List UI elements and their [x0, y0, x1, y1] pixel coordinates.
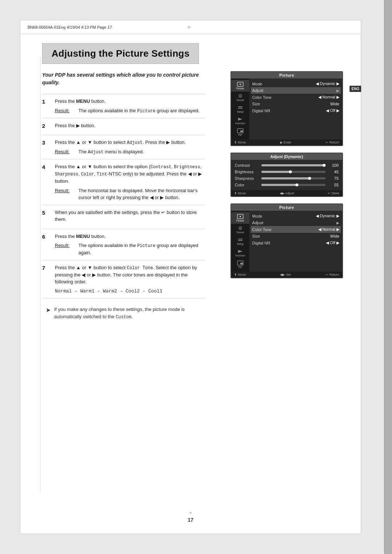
svg-point-1 — [240, 84, 241, 85]
sidebar-item-picture[interactable]: Picture — [231, 80, 249, 92]
tv-screen-2-title: Adjust (Dynamic) — [231, 153, 342, 160]
main-content: BN68-00654A-01Eng 4/19/04 4:13 PM Page 1… — [20, 20, 361, 534]
page-title-box: Adjusting the Picture Settings — [42, 43, 199, 64]
tv-footer-return: ↩ Return — [326, 141, 339, 144]
tv-brightness-track — [261, 171, 326, 173]
tv-brightness-fill — [261, 171, 290, 173]
step-1-result-label: Result: — [55, 107, 75, 114]
tv-adjust-row-sharpness: Sharpness 75 — [235, 175, 339, 182]
tv-sharpness-thumb — [308, 177, 311, 180]
tv3-menu-colortone-value: ◀ Normal ▶ — [318, 227, 339, 232]
tv3-menu-mode-label: Mode — [252, 214, 262, 218]
tv-screen-2-footer: ⬆ Move ◀▶ Adjust ↵ Store — [231, 190, 342, 196]
tv-menu-row-size: Size Wide — [252, 101, 339, 107]
tv-contrast-fill — [261, 164, 324, 166]
tv3-sidebar-item-sound[interactable]: Sound — [231, 224, 249, 235]
step-7-main: Press the ▲ or ▼ button to select Color … — [55, 264, 205, 286]
tv3-menu-digitalnr-value: ◀ Off ▶ — [326, 240, 339, 245]
note-text: If you make any changes to these setting… — [54, 306, 205, 320]
tv-adjust-footer-move: ⬆ Move — [234, 191, 246, 195]
note-box: ➤ If you make any changes to these setti… — [42, 306, 205, 320]
tv-screen-1-main: Mode ◀ Dynamic ▶ Adjust ▶ Color Tone ◀ N… — [249, 78, 342, 139]
header-center — [187, 24, 194, 31]
tv-adjust-contrast-label: Contrast — [235, 163, 258, 167]
tv-screen-3-sidebar: Picture Sound — [231, 211, 249, 272]
tv3-menu-adjust-label: Adjust — [252, 221, 264, 225]
tv-menu-colortone-value: ◀ Normal ▶ — [318, 95, 339, 100]
tv-sharpness-value: 75 — [328, 176, 339, 181]
tv-menu-digitalnr-label: Digital NR — [252, 109, 270, 113]
step-2-num: 2 — [42, 122, 49, 132]
sidebar-item-sound[interactable]: Sound — [231, 92, 249, 103]
right-column: Picture Picture — [227, 71, 361, 320]
header-text: BN68-00654A-01Eng 4/19/04 4:13 PM Page 1… — [28, 25, 112, 29]
tv-footer-move: ⬆ Move — [234, 141, 246, 144]
tv-adjust-row-color: Color 55 — [235, 182, 339, 188]
step-2-main: Press the ▶ button. — [55, 122, 205, 129]
tv3-footer-move: ⬆ Move — [234, 273, 246, 276]
sidebar-item-pip[interactable]: PIP — [231, 126, 249, 138]
tv-adjust-row-contrast: Contrast 100 — [235, 162, 339, 169]
step-6-num: 6 — [42, 233, 49, 256]
sidebar-item-function[interactable]: Function — [231, 115, 249, 126]
tv3-sidebar-item-picture[interactable]: Picture — [231, 212, 249, 224]
tv-menu-row-mode: Mode ◀ Dynamic ▶ — [252, 80, 339, 87]
page-container: BN68-00654A-01Eng 4/19/04 4:13 PM Page 1… — [0, 0, 392, 554]
tv-contrast-value: 100 — [328, 163, 339, 167]
step-4-main: Press the ▲ or ▼ button to select the op… — [55, 163, 205, 185]
left-margin-line — [40, 57, 41, 493]
tv-screen-1-title: Picture — [231, 72, 342, 78]
tv-screen-3: Picture Picture — [230, 203, 343, 278]
step-1-num: 1 — [42, 98, 49, 114]
steps-container: 1 Press the MENU button. Result: The opt… — [42, 94, 205, 299]
tv-color-value: 55 — [328, 183, 339, 187]
sidebar-label-pip: PIP — [238, 134, 242, 136]
tv3-sidebar-label-picture: Picture — [236, 219, 244, 222]
tv3-menu-mode-value: ◀ Dynamic ▶ — [316, 214, 339, 218]
tv-menu-size-value: Wide — [330, 102, 339, 106]
tv-adjust-sharpness-label: Sharpness — [235, 176, 258, 181]
tv-adjust-row-brightness: Brightness 45 — [235, 169, 339, 175]
left-column: Your PDP has several settings which allo… — [20, 71, 227, 320]
step-5-num: 5 — [42, 209, 49, 225]
tv3-sidebar-item-setup[interactable]: Setup — [231, 235, 249, 247]
sidebar-label-function: Function — [235, 122, 245, 125]
step-4-result-row: Result: The horizontal bar is displayed.… — [55, 187, 205, 201]
tv3-menu-colortone-label: Color Tone — [252, 227, 271, 232]
tv-contrast-thumb — [323, 164, 326, 167]
step-7-content: Press the ▲ or ▼ button to select Color … — [55, 264, 205, 295]
sidebar-label-picture: Picture — [236, 87, 244, 90]
tv-adjust-footer-adjust: ◀▶ Adjust — [279, 191, 294, 195]
tv-menu-colortone-label: Color Tone — [252, 95, 271, 100]
tv3-menu-row-mode: Mode ◀ Dynamic ▶ — [252, 213, 339, 219]
svg-marker-15 — [238, 250, 242, 253]
tv3-sidebar-item-function[interactable]: Function — [231, 247, 249, 259]
step-5-main: When you are satisfied with the settings… — [55, 209, 205, 223]
tv3-menu-row-digitalnr: Digital NR ◀ Off ▶ — [252, 239, 339, 246]
tv-screen-3-main: Mode ◀ Dynamic ▶ Adjust ▶ Color Tone ◀ N… — [249, 211, 342, 272]
tv3-sidebar-label-pip: PIP — [238, 266, 242, 268]
svg-rect-4 — [238, 106, 242, 107]
tv3-sidebar-item-pip[interactable]: PIP — [231, 259, 249, 270]
step-2-content: Press the ▶ button. — [55, 122, 205, 132]
step-3-result-label: Result: — [55, 148, 75, 155]
tv-brightness-value: 45 — [328, 170, 339, 174]
tv-menu-adjust-arrow: ▶ — [336, 89, 339, 93]
step-5-content: When you are satisfied with the settings… — [55, 209, 205, 225]
tv-screen-1: Picture Picture — [230, 71, 343, 146]
step-3-content: Press the ▲ or ▼ button to select Adjust… — [55, 139, 205, 155]
step-6-main: Press the MENU button. — [55, 233, 205, 240]
tv-screen-2: Adjust (Dynamic) Contrast 100 Brightness — [230, 153, 343, 197]
step-6-content: Press the MENU button. Result: The optio… — [55, 233, 205, 256]
sidebar-item-setup[interactable]: Setup — [231, 103, 249, 115]
tv-menu-mode-label: Mode — [252, 82, 262, 86]
tv-footer-enter: ▶ Enter — [280, 141, 291, 144]
tv3-sidebar-label-sound: Sound — [237, 231, 244, 234]
step-4-content: Press the ▲ or ▼ button to select the op… — [55, 163, 205, 201]
tv-screen-1-sidebar: Picture Sound — [231, 78, 249, 139]
tv-color-thumb — [295, 183, 298, 186]
bottom-crosshair-icon: + — [189, 510, 192, 515]
tv-screen-3-title: Picture — [231, 204, 342, 211]
tv3-menu-adjust-arrow: ▶ — [336, 221, 339, 225]
tv3-menu-row-colortone: Color Tone ◀ Normal ▶ — [251, 226, 341, 233]
